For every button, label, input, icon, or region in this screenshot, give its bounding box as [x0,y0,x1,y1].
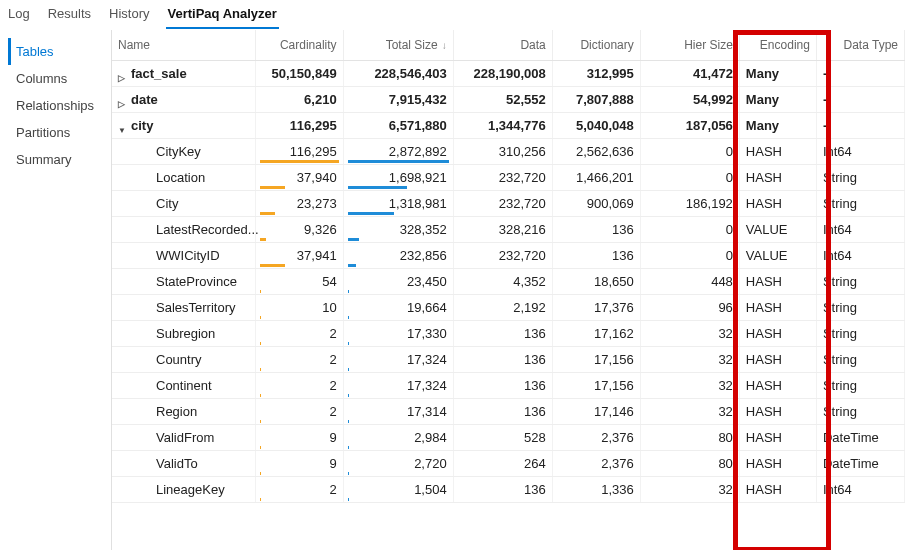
table-row[interactable]: ValidFrom92,9845282,37680HASHDateTime [112,425,905,451]
table-row[interactable]: Location37,9401,698,921232,7201,466,2010… [112,165,905,191]
blue-databar [348,342,349,345]
cell: 232,856 [343,243,453,269]
grid-area: Name Cardinality Total Size↓ Data Dictio… [112,30,905,550]
row-name: CityKey [156,144,201,159]
cell: Many [739,113,816,139]
cell: HASH [739,139,816,165]
tab-history[interactable]: History [107,4,151,29]
blue-databar [348,186,408,189]
orange-databar [260,264,286,267]
cell: HASH [739,165,816,191]
cell: String [816,321,904,347]
sidebar: TablesColumnsRelationshipsPartitionsSumm… [0,30,112,550]
cell: HASH [739,321,816,347]
cell: HASH [739,425,816,451]
table-row[interactable]: SalesTerritory1019,6642,19217,37696HASHS… [112,295,905,321]
tab-log[interactable]: Log [6,4,32,29]
cell: 32 [640,399,739,425]
cell: 54,992 [640,87,739,113]
cell: 50,150,849 [255,61,343,87]
table-row[interactable]: City23,2731,318,981232,720900,069186,192… [112,191,905,217]
col-header-data[interactable]: Data [453,30,552,61]
table-row[interactable]: ValidTo92,7202642,37680HASHDateTime [112,451,905,477]
orange-databar [260,160,339,163]
cell: 2 [255,347,343,373]
cell: - [816,113,904,139]
orange-databar [260,238,266,241]
table-row[interactable]: LatestRecorded...9,326328,352328,2161360… [112,217,905,243]
expand-icon[interactable] [118,69,127,78]
row-name: WWICityID [156,248,220,263]
cell: HASH [739,373,816,399]
sidebar-item-tables[interactable]: Tables [8,38,111,65]
blue-databar [348,472,349,475]
cell: Many [739,87,816,113]
cell: 9,326 [255,217,343,243]
cell: 80 [640,451,739,477]
cell: 232,720 [453,191,552,217]
cell: HASH [739,399,816,425]
orange-databar [260,394,261,397]
data-grid: Name Cardinality Total Size↓ Data Dictio… [112,30,905,503]
table-row[interactable]: WWICityID37,941232,856232,7201360VALUEIn… [112,243,905,269]
cell: 1,344,776 [453,113,552,139]
cell: 10 [255,295,343,321]
orange-databar [260,446,261,449]
table-row[interactable]: Continent217,32413617,15632HASHString [112,373,905,399]
table-row[interactable]: LineageKey21,5041361,33632HASHInt64 [112,477,905,503]
row-name: LatestRecorded... [156,222,259,237]
col-header-cardinality[interactable]: Cardinality [255,30,343,61]
table-row[interactable]: CityKey116,2952,872,892310,2562,562,6360… [112,139,905,165]
orange-databar [260,316,261,319]
sidebar-item-summary[interactable]: Summary [8,146,111,173]
cell: 136 [453,321,552,347]
cell: 17,376 [552,295,640,321]
cell: 136 [453,399,552,425]
cell: 9 [255,425,343,451]
table-row[interactable]: fact_sale50,150,849228,546,403228,190,00… [112,61,905,87]
blue-databar [348,420,349,423]
col-header-name[interactable]: Name [112,30,255,61]
table-row[interactable]: date6,2107,915,43252,5527,807,88854,992M… [112,87,905,113]
table-row[interactable]: StateProvince5423,4504,35218,650448HASHS… [112,269,905,295]
cell: 5,040,048 [552,113,640,139]
cell: 2,872,892 [343,139,453,165]
blue-databar [348,290,349,293]
table-row[interactable]: Region217,31413617,14632HASHString [112,399,905,425]
cell: String [816,165,904,191]
row-name: SalesTerritory [156,300,235,315]
cell: String [816,191,904,217]
row-name: city [131,118,153,133]
cell: 19,664 [343,295,453,321]
cell: 1,336 [552,477,640,503]
col-header-data-type[interactable]: Data Type [816,30,904,61]
row-name: Region [156,404,197,419]
tab-results[interactable]: Results [46,4,93,29]
expand-icon[interactable] [118,95,127,104]
sidebar-item-relationships[interactable]: Relationships [8,92,111,119]
table-row[interactable]: city116,2956,571,8801,344,7765,040,04818… [112,113,905,139]
table-row[interactable]: Subregion217,33013617,16232HASHString [112,321,905,347]
collapse-icon[interactable] [118,121,127,130]
top-tabs: Log Results History VertiPaq Analyzer [0,0,905,30]
cell: 136 [453,373,552,399]
cell: 228,546,403 [343,61,453,87]
cell: Int64 [816,139,904,165]
col-header-hier-size[interactable]: Hier Size [640,30,739,61]
sidebar-item-partitions[interactable]: Partitions [8,119,111,146]
orange-databar [260,290,261,293]
sidebar-item-columns[interactable]: Columns [8,65,111,92]
table-row[interactable]: Country217,32413617,15632HASHString [112,347,905,373]
col-header-dictionary[interactable]: Dictionary [552,30,640,61]
cell: Many [739,61,816,87]
cell: 136 [453,477,552,503]
cell: 37,940 [255,165,343,191]
cell: HASH [739,451,816,477]
tab-vertipaq-analyzer[interactable]: VertiPaq Analyzer [166,4,279,29]
cell: DateTime [816,451,904,477]
col-header-encoding[interactable]: Encoding [739,30,816,61]
cell: 232,720 [453,165,552,191]
col-header-total-size[interactable]: Total Size↓ [343,30,453,61]
cell: 2 [255,477,343,503]
cell: 32 [640,321,739,347]
